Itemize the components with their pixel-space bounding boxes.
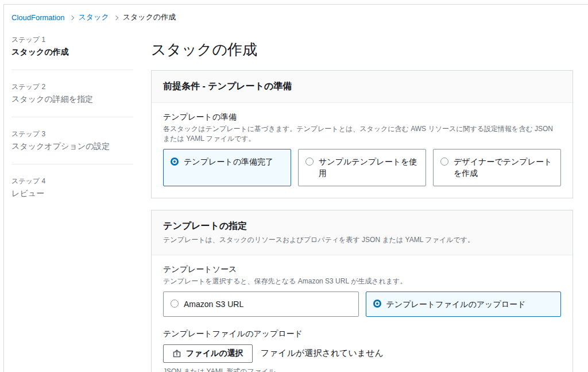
radio-selected-icon: [171, 158, 179, 166]
template-prepare-description: 各スタックはテンプレートに基づきます。テンプレートとは、スタックに含む AWS …: [163, 124, 561, 144]
choose-file-label: ファイルの選択: [186, 348, 243, 359]
divider: [11, 117, 133, 117]
step-number: ステップ 1: [11, 35, 133, 45]
sidebar-step-1: ステップ 1 スタックの作成: [11, 34, 133, 59]
prerequisite-card-body: テンプレートの準備 各スタックはテンプレートに基づきます。テンプレートとは、スタ…: [152, 103, 572, 198]
sidebar-step-3: ステップ 3 スタックオプションの設定: [11, 128, 133, 153]
option-label: テンプレートファイルのアップロード: [386, 298, 526, 310]
page: CloudFormation スタック スタックの作成 ステップ 1 スタックの…: [3, 4, 588, 372]
step-number: ステップ 2: [11, 82, 133, 92]
choose-file-button[interactable]: ファイルの選択: [163, 344, 253, 363]
chevron-right-icon: [113, 15, 118, 20]
chevron-right-icon: [69, 15, 74, 20]
specify-template-card: テンプレートの指定 テンプレートは、スタックのリソースおよびプロパティを表す J…: [151, 210, 573, 372]
step-title: スタックの作成: [11, 47, 133, 57]
upload-template-label: テンプレートファイルのアップロード: [163, 329, 561, 339]
option-label: テンプレートの準備完了: [184, 156, 273, 167]
step-number: ステップ 3: [11, 129, 133, 139]
step-number: ステップ 4: [11, 177, 133, 186]
option-label: Amazon S3 URL: [184, 298, 243, 310]
specify-template-card-header: テンプレートの指定 テンプレートは、スタックのリソースおよびプロパティを表す J…: [152, 210, 572, 255]
template-prepare-label: テンプレートの準備: [163, 112, 561, 122]
divider: [11, 164, 133, 164]
radio-selected-icon: [373, 300, 381, 308]
option-label: デザイナーでテンプレートを作成: [454, 156, 554, 179]
sidebar-step-2: ステップ 2 スタックの詳細を指定: [11, 81, 133, 106]
breadcrumb-link-stacks[interactable]: スタック: [79, 12, 109, 22]
divider: [11, 70, 133, 70]
page-title: スタックの作成: [151, 40, 573, 60]
option-sample-template[interactable]: サンプルテンプレートを使用: [298, 149, 426, 186]
breadcrumb-link-cloudformation[interactable]: CloudFormation: [11, 13, 65, 22]
specify-template-card-title: テンプレートの指定: [163, 220, 561, 232]
prerequisite-card-header: 前提条件 - テンプレートの準備: [152, 71, 572, 103]
option-designer-template[interactable]: デザイナーでテンプレートを作成: [433, 149, 561, 186]
option-template-ready[interactable]: テンプレートの準備完了: [163, 149, 291, 186]
wizard-steps-sidebar: ステップ 1 スタックの作成 ステップ 2 スタックの詳細を指定 ステップ 3 …: [11, 34, 133, 372]
upload-icon: [172, 349, 181, 358]
breadcrumb: CloudFormation スタック スタックの作成: [11, 12, 573, 22]
template-source-description: テンプレートを選択すると、保存先となる Amazon S3 URL が生成されま…: [163, 277, 561, 286]
step-title: スタックオプションの設定: [11, 141, 133, 152]
breadcrumb-current: スタックの作成: [123, 12, 176, 22]
option-upload-template-file[interactable]: テンプレートファイルのアップロード: [366, 292, 562, 317]
step-title: レビュー: [11, 189, 133, 199]
template-prepare-options: テンプレートの準備完了 サンプルテンプレートを使用 デザイナーでテンプレートを作…: [163, 149, 561, 186]
radio-unselected-icon: [440, 158, 448, 166]
option-amazon-s3-url[interactable]: Amazon S3 URL: [163, 292, 359, 317]
main-content: スタックの作成 前提条件 - テンプレートの準備 テンプレートの準備 各スタック…: [151, 34, 573, 372]
specify-template-card-description: テンプレートは、スタックのリソースおよびプロパティを表す JSON または YA…: [163, 235, 561, 245]
file-format-hint: JSON または YAML 形式のファイル: [163, 367, 561, 372]
radio-unselected-icon: [171, 300, 179, 308]
prerequisite-card: 前提条件 - テンプレートの準備 テンプレートの準備 各スタックはテンプレートに…: [151, 70, 573, 198]
file-upload-row: ファイルの選択 ファイルが選択されていません: [163, 344, 561, 363]
no-file-selected-text: ファイルが選択されていません: [261, 348, 384, 359]
step-title: スタックの詳細を指定: [11, 94, 133, 105]
prerequisite-card-title: 前提条件 - テンプレートの準備: [163, 80, 561, 93]
option-label: サンプルテンプレートを使用: [319, 156, 419, 179]
template-source-label: テンプレートソース: [163, 264, 561, 275]
specify-template-card-body: テンプレートソース テンプレートを選択すると、保存先となる Amazon S3 …: [152, 255, 572, 372]
template-source-options: Amazon S3 URL テンプレートファイルのアップロード: [163, 292, 561, 317]
radio-unselected-icon: [305, 158, 314, 166]
sidebar-step-4: ステップ 4 レビュー: [11, 175, 133, 200]
